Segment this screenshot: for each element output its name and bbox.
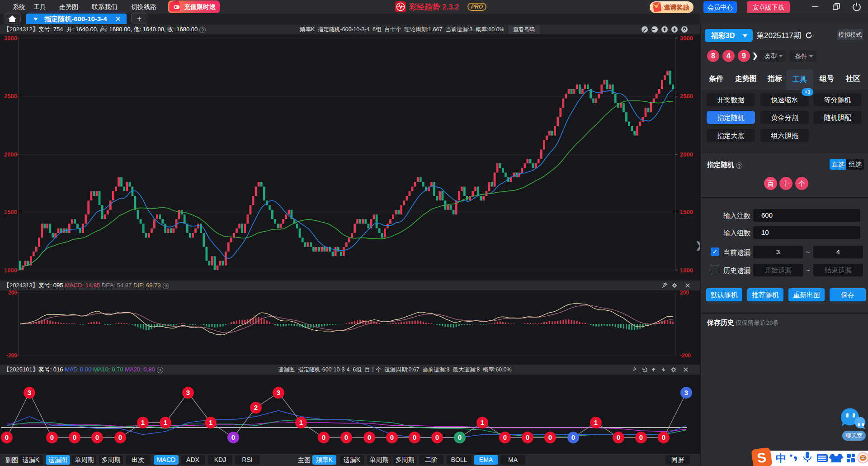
svg-text:3: 3 (684, 389, 688, 396)
svg-text:0: 0 (231, 433, 235, 441)
svg-text:0: 0 (458, 433, 462, 441)
svg-text:2: 2 (254, 404, 258, 411)
svg-text:0: 0 (435, 433, 439, 441)
svg-text:0: 0 (344, 433, 348, 441)
svg-text:0: 0 (617, 433, 620, 441)
svg-text:3: 3 (186, 389, 190, 396)
svg-text:中: 中 (776, 452, 786, 464)
svg-text:1: 1 (141, 418, 145, 426)
svg-text:0: 0 (503, 433, 507, 441)
svg-text:0: 0 (368, 433, 371, 441)
svg-text:0: 0 (662, 433, 665, 441)
svg-text:3: 3 (28, 389, 31, 396)
svg-text:0: 0 (548, 433, 552, 441)
svg-text:0: 0 (50, 433, 54, 441)
svg-text:1: 1 (209, 418, 212, 426)
svg-text:0: 0 (95, 433, 99, 441)
svg-text:0: 0 (526, 433, 529, 441)
svg-text:0: 0 (5, 433, 9, 441)
svg-text:1: 1 (481, 418, 484, 426)
svg-text:0: 0 (413, 433, 416, 441)
svg-text:1: 1 (594, 418, 598, 426)
svg-text:1: 1 (299, 418, 303, 426)
svg-text:0: 0 (639, 433, 643, 441)
svg-text:0: 0 (118, 433, 122, 441)
svg-text:0: 0 (73, 433, 76, 441)
svg-text:0: 0 (390, 433, 394, 441)
svg-text:3: 3 (277, 389, 280, 396)
svg-text:0: 0 (571, 433, 575, 441)
svg-text:1: 1 (164, 418, 167, 426)
svg-text:0: 0 (322, 433, 326, 441)
